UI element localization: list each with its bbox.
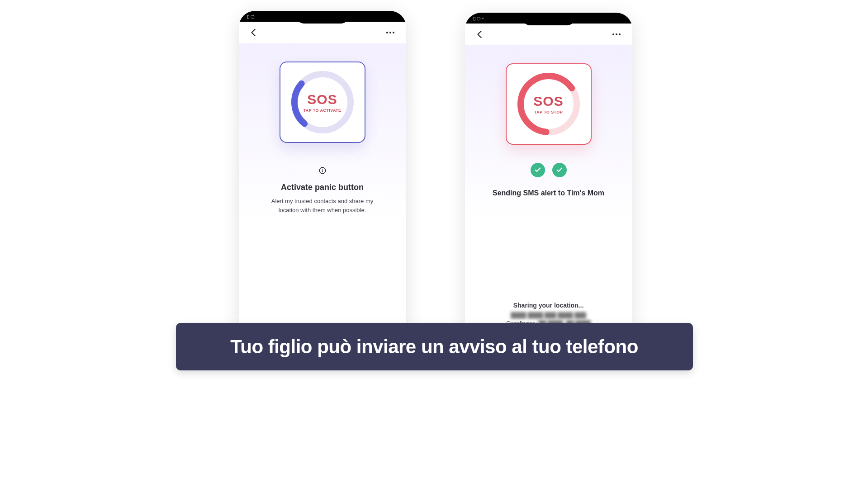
phone-notch bbox=[295, 11, 350, 24]
screen-body: SOS TAP TO STOP Sending SMS alert to Tim… bbox=[465, 45, 632, 338]
status-left: ▯ ◌ ▫ bbox=[473, 16, 484, 21]
info-icon[interactable] bbox=[318, 166, 327, 175]
location-address-redacted: ████ ████ ███ ████ ███ bbox=[465, 311, 632, 319]
sos-subtitle: TAP TO ACTIVATE bbox=[304, 108, 342, 113]
caption-banner: Tuo figlio può inviare un avviso al tuo … bbox=[176, 323, 693, 370]
check-icon bbox=[555, 166, 564, 174]
more-menu-button[interactable] bbox=[612, 33, 622, 36]
nav-bar bbox=[239, 22, 406, 43]
nav-bar bbox=[465, 24, 632, 45]
svg-point-3 bbox=[322, 169, 323, 170]
caption-text: Tuo figlio può inviare un avviso al tuo … bbox=[230, 336, 638, 358]
phone-notch bbox=[522, 13, 576, 25]
status-checks bbox=[531, 163, 567, 177]
dot-icon bbox=[389, 32, 391, 33]
arrow-left-icon bbox=[475, 29, 485, 39]
phone-mockup-right: ▯ ◌ ▫ SOS bbox=[465, 13, 632, 338]
check-badge bbox=[531, 163, 545, 177]
dot-icon bbox=[616, 33, 617, 35]
back-button[interactable] bbox=[249, 28, 259, 38]
alert-message: Sending SMS alert to Tim's Mom bbox=[493, 189, 604, 197]
dot-icon bbox=[386, 32, 388, 33]
sos-panic-button[interactable]: SOS TAP TO ACTIVATE bbox=[280, 62, 365, 143]
arrow-left-icon bbox=[249, 28, 259, 38]
sos-progress-ring: SOS TAP TO STOP bbox=[515, 70, 583, 138]
dot-icon bbox=[393, 32, 394, 33]
sos-label: SOS bbox=[533, 94, 563, 109]
phone-mockup-left: ▯ ◌ SOS TA bbox=[239, 11, 406, 336]
sos-text: SOS TAP TO STOP bbox=[533, 94, 563, 114]
panic-title: Activate panic button bbox=[281, 183, 364, 192]
svg-rect-4 bbox=[322, 170, 323, 172]
app-showcase: ▯ ◌ SOS TA bbox=[105, 0, 764, 370]
sos-label: SOS bbox=[304, 92, 342, 107]
back-button[interactable] bbox=[475, 29, 485, 39]
check-icon bbox=[534, 166, 542, 174]
check-badge bbox=[552, 163, 567, 177]
status-left: ▯ ◌ bbox=[247, 14, 255, 19]
sos-subtitle: TAP TO STOP bbox=[533, 110, 563, 114]
sos-stop-button[interactable]: SOS TAP TO STOP bbox=[506, 63, 592, 145]
screen-body: SOS TAP TO ACTIVATE Activate panic butto… bbox=[239, 43, 406, 336]
sos-text: SOS TAP TO ACTIVATE bbox=[304, 92, 342, 113]
dot-icon bbox=[619, 33, 621, 35]
sos-progress-ring: SOS TAP TO ACTIVATE bbox=[289, 68, 356, 136]
more-menu-button[interactable] bbox=[386, 31, 396, 34]
dot-icon bbox=[612, 33, 614, 35]
panic-description: Alert my trusted contacts and share my l… bbox=[261, 197, 384, 214]
location-title: Sharing your location... bbox=[465, 301, 632, 310]
